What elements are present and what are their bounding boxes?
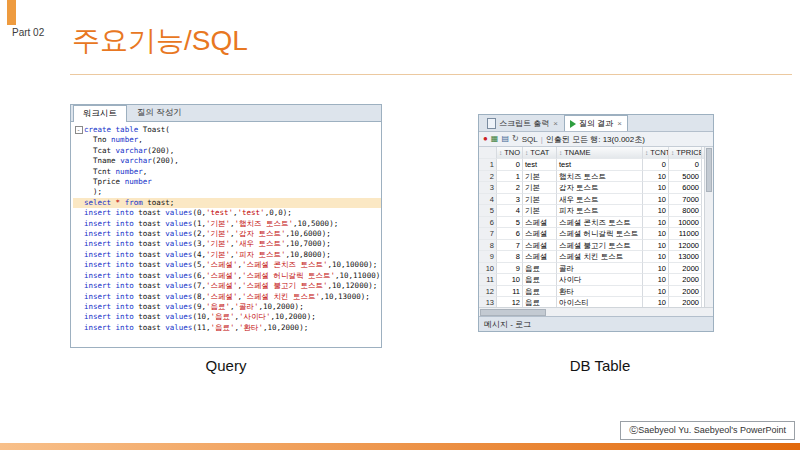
column-header[interactable]: ↕ TNO bbox=[497, 147, 523, 159]
table-row[interactable]: 98스페셜스페셜 치킨 토스트1013000 bbox=[479, 251, 704, 263]
sort-icon: ↕ bbox=[559, 149, 562, 156]
code-gutter bbox=[73, 292, 84, 302]
code-line[interactable]: insert into toast values(0,'test','test'… bbox=[73, 208, 381, 218]
table-row[interactable]: 76스페셜스페셜 허니갈릭 토스트1011000 bbox=[479, 228, 704, 240]
grid-cell: 감자 토스트 bbox=[557, 182, 643, 194]
code-line[interactable]: insert into toast values(2,'기본','감자 토스트'… bbox=[73, 229, 381, 239]
code-gutter bbox=[73, 219, 84, 229]
code-text: ); bbox=[84, 187, 102, 197]
grid-cell: 10 bbox=[643, 194, 669, 206]
grid-cell: 새우 토스트 bbox=[557, 194, 643, 206]
code-text: insert into toast values(4,'기본','피자 토스트'… bbox=[84, 250, 331, 260]
table-row[interactable]: 1110음료사이다102000 bbox=[479, 274, 704, 286]
horizontal-scrollbar-thumb[interactable] bbox=[480, 309, 546, 316]
grid-cell: 아이스티 bbox=[557, 297, 643, 307]
grid-cell: test bbox=[557, 159, 643, 171]
code-line[interactable]: insert into toast values(1,'기본','햄치즈 토스트… bbox=[73, 219, 381, 229]
sql-label: SQL bbox=[522, 135, 538, 144]
table-row[interactable]: 87스페셜스페셜 불고기 토스트1012000 bbox=[479, 240, 704, 252]
query-result-icon bbox=[570, 120, 576, 128]
code-area[interactable]: -create table Toast( Tno number, Tcat va… bbox=[71, 122, 381, 347]
code-line[interactable]: insert into toast values(10,'음료','사이다',1… bbox=[73, 312, 381, 322]
column-header[interactable]: ↕ TPRICE bbox=[669, 147, 702, 159]
grid-cell: 12000 bbox=[669, 240, 702, 252]
row-number: 12 bbox=[479, 286, 497, 298]
sort-icon: ↕ bbox=[645, 149, 648, 156]
tab-label: 질의 결과 bbox=[579, 118, 613, 129]
horizontal-scrollbar[interactable] bbox=[479, 307, 713, 316]
code-line[interactable]: select * from toast; bbox=[73, 198, 381, 208]
code-line[interactable]: insert into toast values(3,'기본','새우 토스트'… bbox=[73, 239, 381, 249]
grid-cell: 10 bbox=[643, 263, 669, 275]
grid-cell: 4 bbox=[497, 205, 523, 217]
table-row[interactable]: 54기본피자 토스트108000 bbox=[479, 205, 704, 217]
vertical-scrollbar[interactable] bbox=[704, 147, 713, 307]
code-line[interactable]: insert into toast values(5,'스페셜','스페셜 콘치… bbox=[73, 260, 381, 270]
part-label: Part 02 bbox=[12, 27, 44, 38]
grid-cell: 음료 bbox=[523, 297, 557, 307]
grid-cell: 10 bbox=[643, 274, 669, 286]
table-row[interactable]: 65스페셜스페셜 콘치즈 토스트1010000 bbox=[479, 217, 704, 229]
row-number: 11 bbox=[479, 274, 497, 286]
code-line[interactable]: Tname varchar(200), bbox=[73, 156, 381, 166]
code-text: Tname varchar(200), bbox=[84, 156, 179, 166]
row-number: 8 bbox=[479, 240, 497, 252]
save-grid-icon[interactable]: ▤ bbox=[501, 135, 509, 143]
grid-cell: 2000 bbox=[669, 297, 702, 307]
grid-cell: 10 bbox=[643, 217, 669, 229]
code-line[interactable]: insert into toast values(11,'음료','환타',10… bbox=[73, 323, 381, 333]
refresh-icon[interactable]: ↻ bbox=[512, 135, 519, 143]
code-line[interactable]: insert into toast values(6,'스페셜','스페셜 허니… bbox=[73, 271, 381, 281]
table-row[interactable]: 109음료콜라102000 bbox=[479, 263, 704, 275]
result-grid: ↕ TNO↕ TCAT↕ TNAME↕ TCNT↕ TPRICE 10testt… bbox=[479, 147, 713, 307]
column-header[interactable]: ↕ TCAT bbox=[523, 147, 557, 159]
code-gutter bbox=[73, 239, 84, 249]
grid-cell: 음료 bbox=[523, 286, 557, 298]
results-tab[interactable]: 스크립트 출력× bbox=[481, 115, 564, 131]
message-log-label: 메시지 - 로그 bbox=[484, 319, 531, 330]
vertical-scrollbar-thumb[interactable] bbox=[706, 148, 712, 192]
grid-cell: 0 bbox=[669, 159, 702, 171]
code-line[interactable]: ); bbox=[73, 187, 381, 197]
column-header[interactable]: ↕ TCNT bbox=[643, 147, 669, 159]
grid-cell: 10 bbox=[643, 182, 669, 194]
bottom-accent-bar bbox=[0, 443, 800, 450]
row-number: 2 bbox=[479, 171, 497, 183]
code-line[interactable]: insert into toast values(4,'기본','피자 토스트'… bbox=[73, 250, 381, 260]
close-icon[interactable]: × bbox=[617, 119, 622, 128]
column-header[interactable]: ↕ TNAME bbox=[557, 147, 643, 159]
pin-icon[interactable]: ● bbox=[483, 135, 488, 143]
editor-tab[interactable]: 워크시트 bbox=[73, 105, 127, 122]
grid-cell: 스페셜 bbox=[523, 217, 557, 229]
code-gutter bbox=[73, 271, 84, 281]
row-number: 9 bbox=[479, 251, 497, 263]
table-row[interactable]: 1312음료아이스티102000 bbox=[479, 297, 704, 307]
message-log-tab[interactable]: 메시지 - 로그 bbox=[479, 316, 713, 331]
code-text: select * from toast; bbox=[84, 198, 174, 208]
results-tab[interactable]: 질의 결과× bbox=[564, 115, 628, 131]
code-line[interactable]: Tprice number bbox=[73, 177, 381, 187]
grid-cell: 스페셜 bbox=[523, 251, 557, 263]
grid-cell: 환타 bbox=[557, 286, 643, 298]
code-line[interactable]: Tcnt number, bbox=[73, 167, 381, 177]
code-line[interactable]: Tcat varchar(200), bbox=[73, 146, 381, 156]
grid-export-icon[interactable]: ▦ bbox=[491, 135, 499, 143]
table-row[interactable]: 1211음료환타102000 bbox=[479, 286, 704, 298]
code-line[interactable]: insert into toast values(9,'음료','콜라',10,… bbox=[73, 302, 381, 312]
grid-cell: test bbox=[523, 159, 557, 171]
table-row[interactable]: 32기본감자 토스트106000 bbox=[479, 182, 704, 194]
table-row[interactable]: 43기본새우 토스트107000 bbox=[479, 194, 704, 206]
grid-cell: 햄치즈 토스트 bbox=[557, 171, 643, 183]
code-line[interactable]: insert into toast values(8,'스페셜','스페셜 치킨… bbox=[73, 292, 381, 302]
editor-tab[interactable]: 질의 작성기 bbox=[127, 104, 192, 121]
grid-cell: 기본 bbox=[523, 205, 557, 217]
grid-cell: 11 bbox=[497, 286, 523, 298]
code-line[interactable]: -create table Toast( bbox=[73, 125, 381, 135]
close-icon[interactable]: × bbox=[553, 119, 558, 128]
row-number: 3 bbox=[479, 182, 497, 194]
table-row[interactable]: 21기본햄치즈 토스트105000 bbox=[479, 171, 704, 183]
code-line[interactable]: insert into toast values(7,'스페셜','스페셜 불고… bbox=[73, 281, 381, 291]
table-row[interactable]: 10testtest00 bbox=[479, 159, 704, 171]
code-line[interactable]: Tno number, bbox=[73, 135, 381, 145]
grid-cell: 콜라 bbox=[557, 263, 643, 275]
